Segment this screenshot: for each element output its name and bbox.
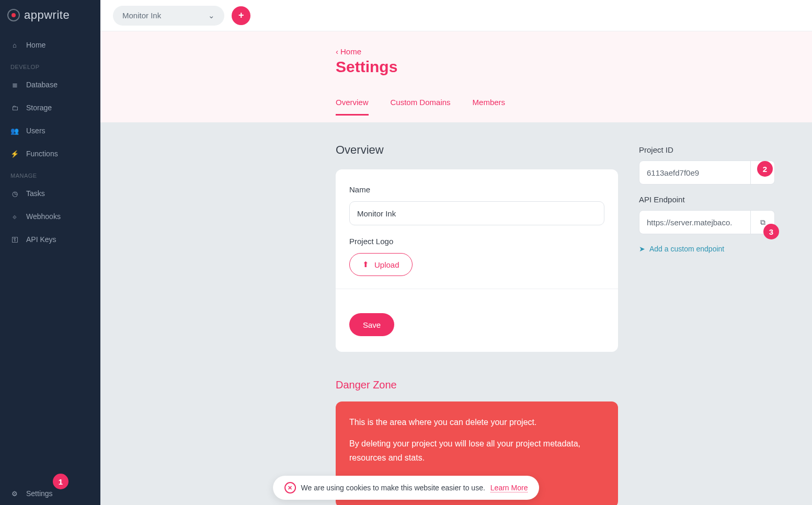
nav-section-manage: MANAGE [0, 165, 100, 182]
logo-label: Project Logo [349, 237, 604, 246]
endpoint-label: API Endpoint [639, 195, 775, 204]
save-button[interactable]: Save [349, 313, 394, 336]
nav-apikeys[interactable]: ⚿API Keys [0, 228, 100, 251]
database-icon: ≣ [10, 81, 19, 89]
tab-overview[interactable]: Overview [336, 98, 369, 116]
page-title: Settings [336, 58, 806, 76]
upload-icon: ⬆ [362, 260, 369, 269]
nav-tasks[interactable]: ◷Tasks [0, 182, 100, 205]
nav-label: Tasks [26, 189, 45, 198]
key-icon: ⚿ [10, 236, 19, 244]
breadcrumb-label: Home [340, 47, 361, 56]
nav-label: Database [26, 81, 58, 89]
chevron-left-icon: ‹ [336, 47, 338, 56]
main-column: Overview Name Project Logo ⬆ Upload Save… [336, 143, 618, 505]
brand-text: appwrite [24, 8, 70, 22]
copy-icon: ⧉ [760, 218, 765, 227]
nav-database[interactable]: ≣Database [0, 73, 100, 96]
projectid-value[interactable] [639, 161, 750, 184]
nav-functions[interactable]: ⚡Functions [0, 142, 100, 165]
nav-label: Users [26, 127, 45, 135]
logo-icon [7, 9, 20, 21]
project-select[interactable]: Monitor Ink ⌄ [113, 6, 224, 26]
annotation-badge-3: 3 [763, 224, 779, 239]
annotation-badge-2: 2 [757, 161, 773, 177]
page-header: ‹ Home Settings Overview Custom Domains … [100, 31, 812, 122]
users-icon: 👥 [10, 127, 19, 135]
topbar: Monitor Ink ⌄ + [100, 0, 812, 31]
nav-home[interactable]: ⌂Home [0, 33, 100, 56]
clock-icon: ◷ [10, 190, 19, 198]
danger-text: This is the area where you can delete yo… [349, 415, 604, 429]
link-icon: ⟐ [10, 213, 19, 221]
side-column: Project ID ⧉ API Endpoint ⧉ ➤ Add a cust… [639, 143, 775, 253]
endpoint-value[interactable] [639, 211, 750, 234]
danger-text: By deleting your project you will lose a… [349, 437, 604, 465]
nav-label: API Keys [26, 235, 56, 244]
overview-heading: Overview [336, 143, 618, 157]
cookie-learn-more-link[interactable]: Learn More [490, 484, 528, 492]
nav-users[interactable]: 👥Users [0, 119, 100, 142]
tab-custom-domains[interactable]: Custom Domains [391, 98, 451, 116]
nav-webhooks[interactable]: ⟐Webhooks [0, 205, 100, 228]
sidebar: appwrite ⌂Home DEVELOP ≣Database 🗀Storag… [0, 0, 100, 505]
nav-settings[interactable]: ⚙ Settings [0, 482, 100, 505]
nav-section-develop: DEVELOP [0, 56, 100, 73]
nav-label: Settings [26, 489, 53, 498]
nav-label: Storage [26, 104, 52, 112]
endpoint-field: ⧉ [639, 210, 775, 234]
project-name-input[interactable] [349, 201, 604, 225]
projectid-field: ⧉ [639, 160, 775, 185]
nav-label: Functions [26, 150, 58, 158]
brand: appwrite [0, 0, 100, 33]
gear-icon: ⚙ [10, 490, 19, 498]
tabs: Overview Custom Domains Members [336, 98, 806, 116]
bolt-icon: ⚡ [10, 150, 19, 158]
add-project-button[interactable]: + [232, 6, 250, 25]
content: Overview Name Project Logo ⬆ Upload Save… [100, 122, 812, 505]
upload-button[interactable]: ⬆ Upload [349, 253, 413, 276]
danger-zone-heading: Danger Zone [336, 379, 618, 391]
breadcrumb-back[interactable]: ‹ Home [336, 47, 806, 56]
nav-storage[interactable]: 🗀Storage [0, 96, 100, 119]
cookie-close-button[interactable]: ✕ [284, 482, 296, 493]
custom-endpoint-label: Add a custom endpoint [649, 245, 724, 253]
nav-label: Webhooks [26, 212, 61, 221]
home-icon: ⌂ [10, 41, 19, 49]
cookie-text: We are using cookies to make this websit… [301, 484, 485, 492]
add-custom-endpoint-link[interactable]: ➤ Add a custom endpoint [639, 245, 775, 253]
chevron-down-icon: ⌄ [208, 11, 215, 20]
cookie-banner: ✕ We are using cookies to make this webs… [273, 476, 540, 500]
folder-icon: 🗀 [10, 104, 19, 112]
nav-label: Home [26, 41, 45, 49]
name-label: Name [349, 185, 604, 194]
arrow-right-icon: ➤ [639, 245, 645, 253]
project-select-value: Monitor Ink [122, 11, 161, 20]
annotation-badge-1: 1 [53, 474, 68, 489]
projectid-label: Project ID [639, 145, 775, 154]
tab-members[interactable]: Members [473, 98, 506, 116]
upload-label: Upload [374, 260, 399, 269]
project-form-card: Name Project Logo ⬆ Upload Save [336, 169, 618, 352]
